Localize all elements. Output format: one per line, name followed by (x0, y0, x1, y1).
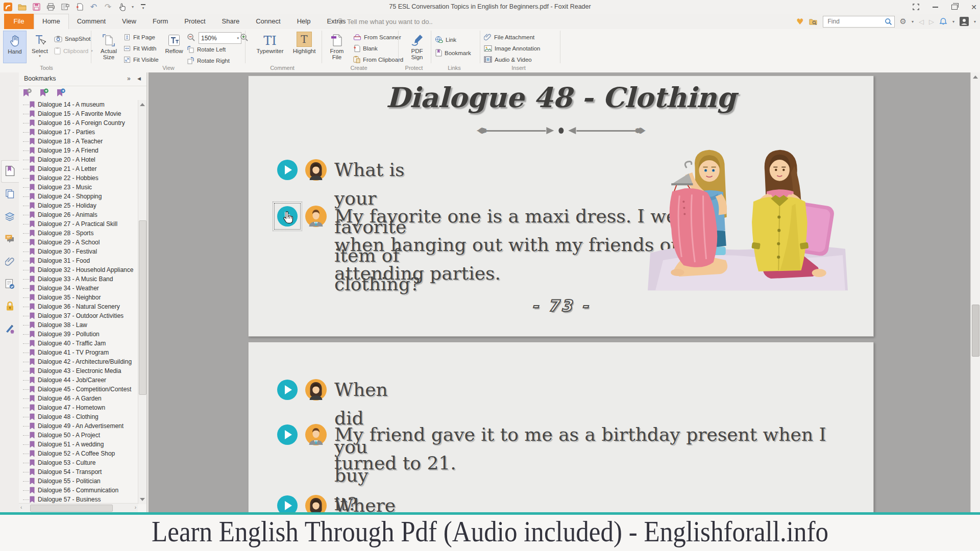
restore-button[interactable] (951, 5, 958, 10)
tab-help[interactable]: Help (289, 14, 319, 29)
hand-tool-quick-icon[interactable] (117, 2, 127, 12)
tab-file[interactable]: File (4, 14, 34, 29)
save-icon[interactable] (32, 2, 41, 12)
bookmark-item[interactable]: Dialogue 15 - A Favorite Movie (19, 109, 137, 118)
file-attachment-button[interactable]: File Attachment (484, 32, 534, 42)
tab-view[interactable]: View (114, 14, 144, 29)
snapshot-button[interactable]: SnapShot (54, 34, 91, 43)
rotate-right-button[interactable]: Rotate Right (187, 56, 230, 65)
search-icon[interactable] (885, 18, 892, 26)
delete-bookmark-icon[interactable] (22, 88, 32, 98)
fit-width-button[interactable]: Fit Width (124, 43, 156, 53)
bookmark-item[interactable]: Dialogue 45 - Competition/Contest (19, 385, 137, 394)
rotate-left-button[interactable]: Rotate Left (187, 44, 226, 54)
print-icon[interactable] (46, 2, 56, 12)
bookmark-item[interactable]: Dialogue 27 - A Practical Skill (19, 219, 137, 229)
from-scanner-button[interactable]: From Scanner (353, 32, 401, 42)
back-icon[interactable]: ◁ (919, 18, 924, 26)
pages-panel-icon[interactable] (4, 188, 16, 200)
bookmark-item[interactable]: Dialogue 35 - Neighbor (19, 293, 137, 302)
doc-scrollbar-thumb[interactable] (972, 305, 979, 357)
link-button[interactable]: Link (435, 35, 456, 44)
close-button[interactable]: ✕ (971, 4, 977, 11)
fit-visible-button[interactable]: Fit Visible (124, 55, 159, 64)
expand-panel-icon[interactable]: » (127, 75, 131, 82)
signatures-panel-icon[interactable] (4, 278, 16, 290)
zoom-in-icon[interactable] (240, 33, 249, 42)
bookmark-item[interactable]: Dialogue 53 - Culture (19, 458, 137, 467)
favorites-heart-icon[interactable]: ♥ (796, 17, 803, 27)
bookmarks-panel-icon[interactable] (4, 165, 16, 177)
play-audio-button-selected[interactable] (277, 206, 298, 227)
zoom-out-icon[interactable] (187, 33, 195, 42)
doc-scroll-up-icon[interactable] (973, 76, 978, 79)
bookmark-item[interactable]: Dialogue 49 - An Advertisement (19, 421, 137, 431)
bookmark-item[interactable]: Dialogue 44 - Job/Career (19, 375, 137, 385)
bookmark-item[interactable]: Dialogue 32 - Household Appliance (19, 265, 137, 274)
account-avatar-icon[interactable] (960, 17, 969, 26)
bookmark-item[interactable]: Dialogue 48 - Clothing (19, 412, 137, 421)
bookmark-item[interactable]: Dialogue 22 - Hobbies (19, 173, 137, 183)
zoom-dropdown-icon[interactable]: ▾ (237, 36, 239, 40)
actual-size-button[interactable]: Actual Size (96, 31, 121, 62)
bookmark-button[interactable]: Bookmark (435, 48, 471, 58)
bookmark-item[interactable]: Dialogue 47 - Hometown (19, 403, 137, 412)
scroll-left-icon[interactable]: ‹ (20, 505, 22, 510)
bookmark-item[interactable]: Dialogue 40 - Traffic Jam (19, 339, 137, 348)
zoom-level-combobox[interactable]: 150% ▾ (199, 32, 241, 44)
bookmark-item[interactable]: Dialogue 51 - A wedding (19, 440, 137, 449)
comments-panel-icon[interactable] (4, 233, 16, 245)
typewriter-button[interactable]: TI Typewriter (253, 31, 287, 62)
minimize-button[interactable] (933, 7, 938, 8)
open-file-icon[interactable] (17, 2, 27, 12)
select-tool-button[interactable]: Select ▾ (28, 31, 52, 62)
bookmark-item[interactable]: Dialogue 24 - Shopping (19, 192, 137, 201)
bookmark-item[interactable]: Dialogue 21 - A Letter (19, 164, 137, 173)
forward-icon[interactable]: ▷ (929, 18, 934, 26)
goto-bookmark-icon[interactable] (56, 88, 66, 98)
bookmark-item[interactable]: Dialogue 16 - A Foreign Country (19, 118, 137, 128)
bookmarks-vertical-scrollbar[interactable] (138, 100, 146, 504)
tab-home[interactable]: Home (34, 14, 69, 29)
image-annotation-button[interactable]: Image Annotation (484, 43, 541, 53)
bookmark-item[interactable]: Dialogue 17 - Parties (19, 128, 137, 137)
bookmark-item[interactable]: Dialogue 41 - TV Program (19, 348, 137, 357)
audio-video-button[interactable]: Audio & Video (484, 55, 532, 64)
tab-connect[interactable]: Connect (248, 14, 288, 29)
settings-gear-icon[interactable]: ⚙ (900, 17, 906, 26)
bookmark-item[interactable]: Dialogue 56 - Communication (19, 486, 137, 495)
clipboard-button[interactable]: Clipboard ▾ (54, 46, 93, 56)
pdf-sign-button[interactable]: PDF Sign (405, 31, 429, 62)
bookmark-item[interactable]: Dialogue 46 - A Garden (19, 394, 137, 403)
layers-panel-icon[interactable] (4, 210, 16, 222)
bookmark-item[interactable]: Dialogue 23 - Music (19, 183, 137, 192)
hscrollbar-thumb[interactable] (30, 505, 113, 512)
bookmark-item[interactable]: Dialogue 26 - Animals (19, 210, 137, 219)
bookmark-item[interactable]: Dialogue 50 - A Project (19, 431, 137, 440)
bookmark-item[interactable]: Dialogue 33 - A Music Band (19, 274, 137, 284)
undo-icon[interactable]: ↶ (89, 2, 99, 12)
bookmark-item[interactable]: Dialogue 18 - A Teacher (19, 137, 137, 146)
bookmark-item[interactable]: Dialogue 37 - Outdoor Activities (19, 311, 137, 320)
account-dropdown-icon[interactable]: ▾ (974, 19, 976, 24)
document-vertical-scrollbar[interactable] (970, 72, 980, 551)
tell-me-box[interactable]: Tell me what you want to do.. (337, 14, 433, 29)
bookmark-item[interactable]: Dialogue 54 - Transport (19, 467, 137, 477)
bookmark-item[interactable]: Dialogue 25 - Holiday (19, 201, 137, 210)
tab-comment[interactable]: Comment (69, 14, 114, 29)
from-clipboard-button[interactable]: From Clipboard (353, 55, 403, 64)
bookmark-item[interactable]: Dialogue 30 - Festival (19, 247, 137, 256)
hand-tool-dropdown-icon[interactable]: ▾ (132, 5, 134, 9)
highlight-button[interactable]: T Highlight (290, 31, 318, 62)
bookmark-item[interactable]: Dialogue 52 - A Coffee Shop (19, 449, 137, 458)
scroll-right-icon[interactable]: › (135, 505, 136, 510)
play-audio-button[interactable] (277, 380, 298, 400)
bookmarks-horizontal-scrollbar[interactable]: ‹ › (19, 503, 138, 512)
bookmark-item[interactable]: Dialogue 42 - Architecture/Building (19, 357, 137, 366)
bookmark-item[interactable]: Dialogue 28 - Sports (19, 229, 137, 238)
bookmark-item[interactable]: Dialogue 31 - Food (19, 256, 137, 265)
tab-share[interactable]: Share (214, 14, 248, 29)
add-bookmark-icon[interactable] (39, 88, 49, 98)
tab-protect[interactable]: Protect (176, 14, 213, 29)
reflow-button[interactable]: Reflow (162, 31, 186, 62)
